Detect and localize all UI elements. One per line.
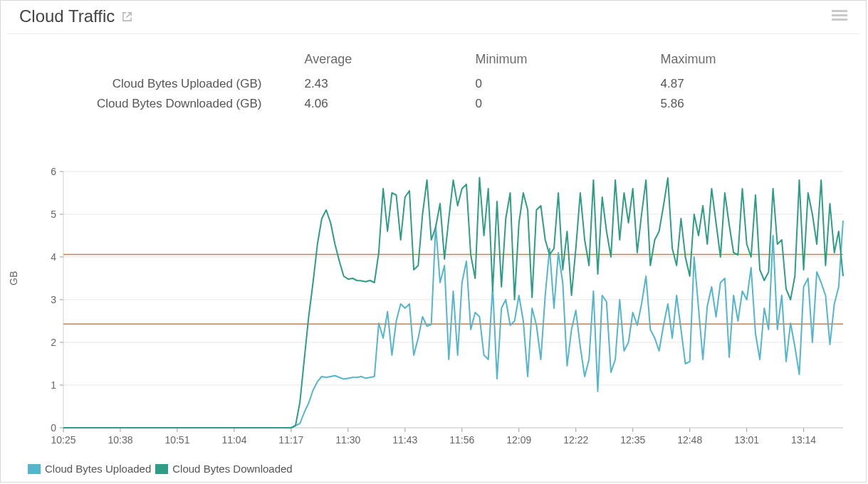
svg-text:4: 4 (51, 251, 56, 263)
svg-text:13:14: 13:14 (791, 434, 816, 446)
popout-icon[interactable] (122, 6, 132, 26)
panel-header: Cloud Traffic (6, 1, 860, 34)
row-label-downloaded: Cloud Bytes Downloaded (GB) (97, 94, 305, 114)
cell-downloaded-min: 0 (476, 94, 661, 114)
col-header-minimum: Minimum (476, 52, 661, 74)
legend-label-downloaded[interactable]: Cloud Bytes Downloaded (172, 463, 292, 475)
chart-area[interactable]: 012345610:2510:3810:5111:0411:1711:3011:… (28, 164, 850, 449)
cell-uploaded-max: 4.87 (661, 74, 803, 94)
svg-text:11:17: 11:17 (278, 434, 303, 446)
table-row: Cloud Bytes Uploaded (GB) 2.43 0 4.87 (97, 74, 803, 94)
legend-label-uploaded[interactable]: Cloud Bytes Uploaded (45, 463, 151, 475)
stats-table: Average Minimum Maximum Cloud Bytes Uplo… (97, 52, 803, 114)
cell-downloaded-max: 5.86 (661, 94, 803, 114)
legend-swatch-uploaded[interactable] (28, 464, 41, 474)
panel-title: Cloud Traffic (19, 6, 115, 26)
cloud-traffic-panel: Cloud Traffic Average Minimum Maximum Cl… (0, 0, 867, 483)
chart-legend: Cloud Bytes Uploaded Cloud Bytes Downloa… (28, 463, 293, 475)
svg-text:12:09: 12:09 (506, 434, 531, 446)
svg-text:10:25: 10:25 (51, 434, 75, 446)
svg-text:1: 1 (51, 379, 56, 391)
svg-text:12:22: 12:22 (563, 434, 588, 446)
svg-text:10:38: 10:38 (108, 434, 132, 446)
svg-text:3: 3 (51, 294, 56, 305)
svg-text:0: 0 (51, 422, 56, 433)
svg-text:6: 6 (51, 166, 56, 177)
svg-text:11:30: 11:30 (335, 434, 360, 446)
col-header-maximum: Maximum (661, 52, 803, 74)
legend-swatch-downloaded[interactable] (155, 464, 168, 474)
svg-text:10:51: 10:51 (164, 434, 189, 446)
cell-uploaded-avg: 2.43 (305, 74, 476, 94)
row-label-uploaded: Cloud Bytes Uploaded (GB) (97, 74, 305, 94)
svg-text:5: 5 (51, 209, 56, 220)
hamburger-menu-icon[interactable] (832, 10, 847, 23)
y-axis-label: GB (8, 271, 19, 285)
svg-text:11:04: 11:04 (221, 434, 246, 446)
table-row: Cloud Bytes Downloaded (GB) 4.06 0 5.86 (97, 94, 803, 114)
cell-uploaded-min: 0 (476, 74, 661, 94)
svg-text:12:48: 12:48 (677, 434, 702, 446)
svg-text:13:01: 13:01 (734, 434, 759, 446)
cell-downloaded-avg: 4.06 (305, 94, 476, 114)
svg-text:2: 2 (51, 337, 56, 348)
line-chart[interactable]: 012345610:2510:3810:5111:0411:1711:3011:… (28, 164, 850, 449)
svg-text:11:43: 11:43 (392, 434, 417, 446)
svg-text:11:56: 11:56 (449, 434, 474, 446)
col-header-average: Average (305, 52, 476, 74)
panel-title-wrap: Cloud Traffic (19, 6, 132, 26)
svg-text:12:35: 12:35 (620, 434, 645, 446)
